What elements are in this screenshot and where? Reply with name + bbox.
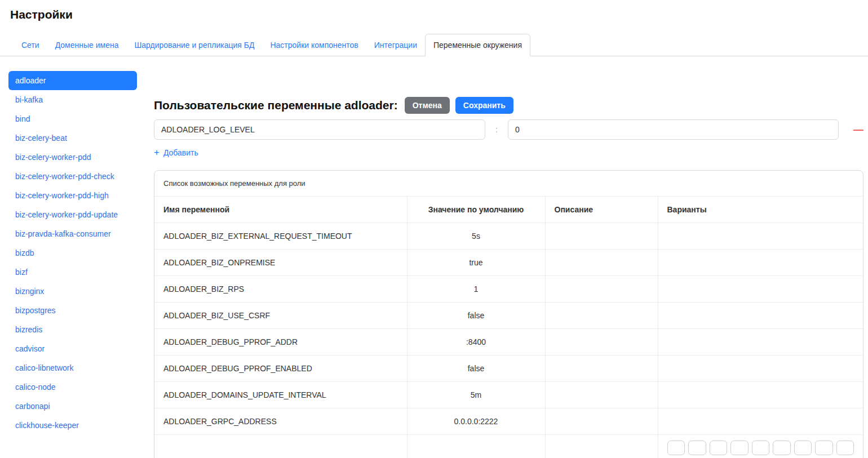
cancel-button[interactable]: Отмена: [405, 97, 450, 114]
variable-edit-row: : —: [154, 119, 863, 140]
variable-variants: [658, 355, 863, 382]
main-panel: Пользовательские переменные adloader: От…: [154, 71, 863, 458]
variable-name: ADLOADER_DEBUG_PPROF_ADDR: [154, 329, 407, 355]
sidebar-item-bizdb[interactable]: bizdb: [8, 243, 137, 263]
tab-environment-variables[interactable]: Переменные окружения: [425, 34, 530, 56]
variable-variants: [658, 329, 863, 355]
variable-variants: [658, 303, 863, 329]
column-header-variants: Варианты: [658, 197, 863, 223]
sidebar-item-biz-celery-worker-pdd[interactable]: biz-celery-worker-pdd: [8, 148, 137, 167]
table-row: ADLOADER_DOMAINS_UPDATE_INTERVAL 5m: [154, 382, 863, 408]
table-row: ADLOADER_DEBUG_PPROF_ADDR :8400: [154, 329, 863, 355]
variable-description: [545, 250, 658, 276]
variable-variants: [658, 382, 863, 408]
variable-name: ADLOADER_BIZ_USE_CSRF: [154, 303, 407, 329]
variable-description: [545, 408, 658, 435]
variable-default: false: [407, 355, 545, 382]
table-row: ADLOADER_GRPC_ADDRESS 0.0.0.0:2222: [154, 408, 863, 435]
table-row: ADLOADER_BIZ_RPS 1: [154, 276, 863, 303]
tab-networks[interactable]: Сети: [14, 34, 47, 56]
variant-chip[interactable]: [730, 441, 749, 455]
table-header-row: Имя переменной Значение по умолчанию Опи…: [154, 197, 863, 223]
variant-chip[interactable]: [815, 441, 833, 455]
add-variable-button[interactable]: + Добавить: [154, 148, 198, 157]
variant-chip[interactable]: [794, 441, 812, 455]
sidebar-item-biz-celery-worker-pdd-high[interactable]: biz-celery-worker-pdd-high: [8, 186, 137, 205]
variable-name: [154, 435, 407, 458]
variant-chip[interactable]: [710, 441, 728, 455]
variable-default: :8400: [407, 329, 545, 355]
sidebar-item-cadvisor[interactable]: cadvisor: [8, 339, 137, 358]
variable-default: false: [407, 303, 545, 329]
sidebar-item-bizredis[interactable]: bizredis: [8, 320, 137, 339]
user-variables-heading: Пользовательские переменные adloader:: [154, 99, 398, 112]
roles-sidebar: adloader bi-kafka bind biz-celery-beat b…: [8, 71, 137, 458]
table-row: ADLOADER_BIZ_EXTERNAL_REQUEST_TIMEOUT 5s: [154, 223, 863, 250]
variable-name: ADLOADER_GRPC_ADDRESS: [154, 408, 407, 435]
tab-bar: Сети Доменные имена Шардирование и репли…: [0, 34, 868, 56]
tab-integrations[interactable]: Интеграции: [366, 34, 425, 56]
key-value-separator: :: [485, 125, 508, 134]
remove-variable-icon[interactable]: —: [839, 124, 863, 135]
sidebar-item-biznginx[interactable]: biznginx: [8, 282, 137, 301]
variant-chip[interactable]: [836, 441, 854, 455]
variable-description: [545, 382, 658, 408]
plus-icon: +: [154, 148, 160, 157]
variable-description: [545, 329, 658, 355]
possible-variables-card: Список возможных переменных для роли Имя…: [154, 170, 863, 458]
variant-chip[interactable]: [773, 441, 791, 455]
variable-name: ADLOADER_BIZ_RPS: [154, 276, 407, 303]
tab-db-sharding-replication[interactable]: Шардирование и репликация БД: [126, 34, 262, 56]
table-row-partial: [154, 435, 863, 458]
sidebar-item-biz-celery-beat[interactable]: biz-celery-beat: [8, 128, 137, 148]
tab-component-settings[interactable]: Настройки компонентов: [262, 34, 366, 56]
variable-default: 5m: [407, 382, 545, 408]
sidebar-item-carbonapi[interactable]: carbonapi: [8, 397, 137, 416]
variable-description: [545, 355, 658, 382]
possible-variables-table: Имя переменной Значение по умолчанию Опи…: [154, 197, 863, 458]
variable-name-input[interactable]: [154, 119, 485, 140]
sidebar-item-biz-celery-worker-pdd-check[interactable]: biz-celery-worker-pdd-check: [8, 167, 137, 186]
sidebar-item-calico-node[interactable]: calico-node: [8, 377, 137, 397]
variable-value-input[interactable]: [508, 119, 839, 140]
sidebar-item-bind[interactable]: bind: [8, 109, 137, 128]
add-variable-label: Добавить: [163, 148, 198, 157]
variant-chip[interactable]: [667, 441, 685, 455]
sidebar-item-bi-kafka[interactable]: bi-kafka: [8, 90, 137, 109]
variable-default: 0.0.0.0:2222: [407, 408, 545, 435]
variant-chip[interactable]: [688, 441, 706, 455]
sidebar-item-clickhouse-keeper[interactable]: clickhouse-keeper: [8, 416, 137, 435]
variable-name: ADLOADER_BIZ_ONPREMISE: [154, 250, 407, 276]
variable-description: [545, 223, 658, 250]
variable-variants: [658, 408, 863, 435]
card-caption: Список возможных переменных для роли: [154, 171, 863, 197]
variable-name: ADLOADER_BIZ_EXTERNAL_REQUEST_TIMEOUT: [154, 223, 407, 250]
column-header-description: Описание: [545, 197, 658, 223]
table-row: ADLOADER_DEBUG_PPROF_ENABLED false: [154, 355, 863, 382]
sidebar-item-adloader[interactable]: adloader: [8, 71, 137, 90]
save-button[interactable]: Сохранить: [455, 97, 513, 114]
variable-default: 1: [407, 276, 545, 303]
table-row: ADLOADER_BIZ_ONPREMISE true: [154, 250, 863, 276]
tab-domain-names[interactable]: Доменные имена: [47, 34, 127, 56]
variable-variants: [658, 276, 863, 303]
variable-description: [545, 276, 658, 303]
sidebar-item-bizpostgres[interactable]: bizpostgres: [8, 301, 137, 320]
variable-variants: [658, 250, 863, 276]
variant-chip[interactable]: [752, 441, 770, 455]
variable-default: 5s: [407, 223, 545, 250]
variable-variants: [658, 223, 863, 250]
sidebar-item-biz-pravda-kafka-consumer[interactable]: biz-pravda-kafka-consumer: [8, 224, 137, 243]
sidebar-item-biz-celery-worker-pdd-update[interactable]: biz-celery-worker-pdd-update: [8, 205, 137, 224]
variable-default: true: [407, 250, 545, 276]
heading-row: Пользовательские переменные adloader: От…: [154, 97, 863, 114]
table-row: ADLOADER_BIZ_USE_CSRF false: [154, 303, 863, 329]
sidebar-item-bizf[interactable]: bizf: [8, 263, 137, 282]
variant-chips: [667, 441, 854, 455]
page-title: Настройки: [10, 8, 868, 21]
column-header-name: Имя переменной: [154, 197, 407, 223]
variable-name: ADLOADER_DOMAINS_UPDATE_INTERVAL: [154, 382, 407, 408]
variable-description: [545, 435, 658, 458]
sidebar-item-calico-libnetwork[interactable]: calico-libnetwork: [8, 358, 137, 377]
column-header-default: Значение по умолчанию: [407, 197, 545, 223]
